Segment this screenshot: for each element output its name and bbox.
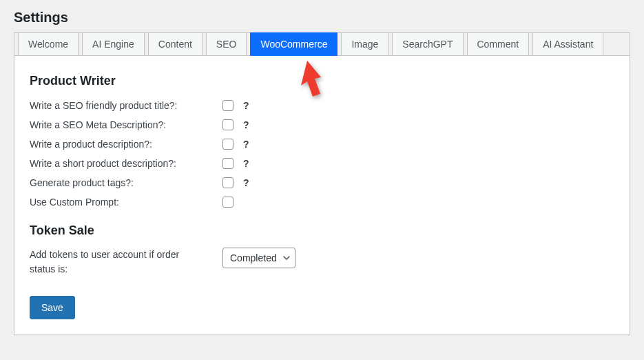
help-icon[interactable]: ?	[243, 139, 249, 150]
tab-content-area: Product Writer Write a SEO friendly prod…	[14, 56, 630, 334]
tabs-nav: Welcome AI Engine Content SEO WooCommerc…	[14, 33, 630, 56]
checkbox-short-desc[interactable]	[222, 158, 233, 169]
option-row: Write a SEO friendly product title?: ?	[30, 98, 614, 113]
option-label: Write a SEO Meta Description?:	[30, 119, 222, 130]
tab-woocommerce[interactable]: WooCommerce	[250, 32, 337, 56]
option-row: Generate product tags?: ?	[30, 175, 614, 190]
token-sale-label: Add tokens to user account if order stat…	[30, 248, 222, 277]
tab-seo[interactable]: SEO	[206, 32, 247, 56]
help-icon[interactable]: ?	[243, 119, 249, 130]
option-label: Write a short product description?:	[30, 158, 222, 169]
page-title: Settings	[14, 6, 630, 32]
checkbox-custom-prompt[interactable]	[222, 197, 233, 208]
checkbox-product-desc[interactable]	[222, 139, 233, 150]
tab-content[interactable]: Content	[148, 32, 202, 56]
chevron-down-icon	[282, 254, 291, 262]
tab-ai-engine[interactable]: AI Engine	[82, 32, 145, 56]
checkbox-seo-title[interactable]	[222, 100, 233, 111]
option-label: Generate product tags?:	[30, 177, 222, 188]
checkbox-product-tags[interactable]	[222, 177, 233, 188]
option-label: Use Custom Prompt:	[30, 197, 222, 208]
option-row: Write a product description?: ?	[30, 137, 614, 152]
tab-ai-assistant[interactable]: AI Assistant	[532, 32, 603, 56]
save-button[interactable]: Save	[30, 296, 75, 319]
option-label: Write a product description?:	[30, 139, 222, 150]
help-icon[interactable]: ?	[243, 158, 249, 169]
select-value: Completed	[230, 252, 277, 263]
option-row: Use Custom Prompt:	[30, 194, 614, 210]
help-icon[interactable]: ?	[243, 100, 249, 111]
checkbox-seo-meta[interactable]	[222, 119, 233, 130]
settings-panel: Welcome AI Engine Content SEO WooCommerc…	[14, 32, 630, 335]
token-sale-row: Add tokens to user account if order stat…	[30, 248, 614, 277]
section-product-writer-title: Product Writer	[30, 74, 614, 88]
tab-welcome[interactable]: Welcome	[18, 32, 79, 56]
section-token-sale-title: Token Sale	[30, 223, 614, 238]
option-row: Write a SEO Meta Description?: ?	[30, 117, 614, 132]
help-icon[interactable]: ?	[243, 177, 249, 188]
tab-image[interactable]: Image	[341, 32, 388, 56]
option-row: Write a short product description?: ?	[30, 156, 614, 171]
order-status-select[interactable]: Completed	[222, 248, 295, 268]
tab-searchgpt[interactable]: SearchGPT	[392, 32, 463, 56]
tab-comment[interactable]: Comment	[467, 32, 530, 56]
option-label: Write a SEO friendly product title?:	[30, 100, 222, 111]
